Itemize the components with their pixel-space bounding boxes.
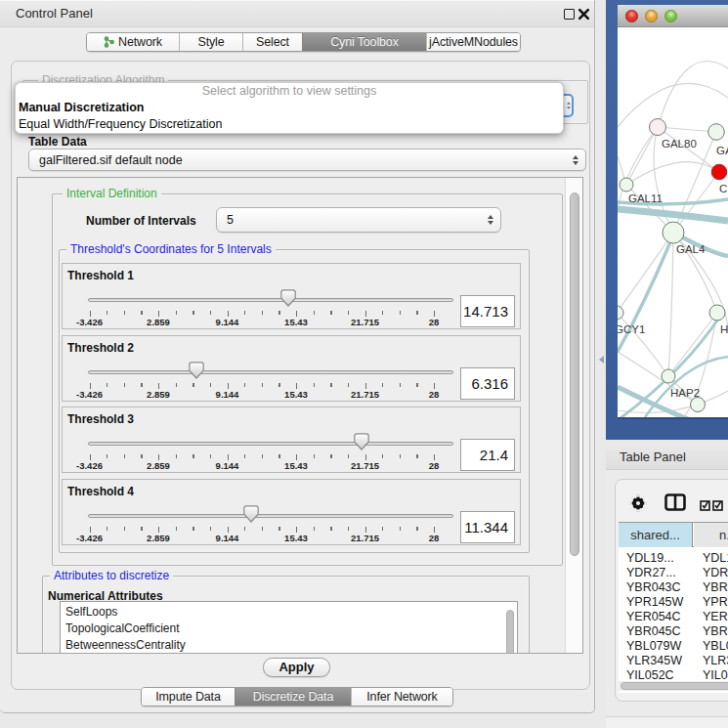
slider-tick	[107, 311, 107, 315]
network-node-label: GAL80	[662, 138, 697, 150]
threshold-slider-thumb[interactable]	[189, 362, 204, 379]
tab-jactivemnodules[interactable]: jActiveMNodules	[426, 33, 520, 51]
slider-tick	[124, 383, 125, 387]
table-row[interactable]: YPR145WYPR1	[619, 595, 728, 610]
tab-discretize-data[interactable]: Discretize Data	[235, 688, 351, 706]
tab-cyni-toolbox[interactable]: Cyni Toolbox	[302, 33, 426, 51]
network-node[interactable]	[691, 398, 706, 412]
threshold-slider-track[interactable]	[88, 514, 453, 518]
gear-icon[interactable]	[629, 494, 647, 516]
cell-name: YER0	[694, 610, 728, 624]
dropdown-option-manual[interactable]: Manual Discretization	[16, 100, 563, 116]
slider-tick	[210, 527, 211, 531]
network-node[interactable]	[711, 164, 727, 180]
interval-definition-group: Interval Definition Number of Intervals …	[52, 193, 563, 566]
minimize-light-icon[interactable]	[645, 10, 658, 22]
tab-impute-data[interactable]: Impute Data	[142, 688, 235, 706]
threshold-slider-thumb[interactable]	[280, 289, 296, 307]
tab-select[interactable]: Select	[242, 33, 302, 51]
settings-scrollbar-track[interactable]	[565, 178, 582, 653]
cyni-bottom-tabs: Impute DataDiscretize DataInfer Network	[141, 687, 453, 707]
cell-shared-name: YDR27...	[619, 566, 694, 580]
checkbox-icon[interactable]	[700, 497, 710, 515]
slider-tick-label: 9.144	[203, 317, 252, 327]
table-data-combobox[interactable]: galFiltered.sif default node	[28, 149, 586, 171]
close-light-icon[interactable]	[625, 10, 638, 22]
table-row[interactable]: YBR045CYBR0	[619, 624, 728, 639]
float-window-icon[interactable]	[564, 9, 575, 20]
attributes-list-scrollbar[interactable]	[506, 610, 514, 654]
zoom-light-icon[interactable]	[664, 10, 677, 22]
table-row[interactable]: YLR345WYLR3	[619, 654, 728, 668]
tab-label: jActiveMNodules	[429, 35, 518, 49]
dropdown-option-equal-width[interactable]: Equal Width/Frequency Discretization	[16, 116, 563, 133]
threshold-value-field[interactable]: 11.344	[460, 511, 515, 543]
tab-style[interactable]: Style	[179, 33, 242, 51]
cell-name: YPR1	[694, 595, 728, 610]
attribute-list-item[interactable]: BetweennessCentrality	[61, 637, 517, 654]
network-canvas-bottom-edge	[618, 417, 728, 419]
threshold-value-field[interactable]: 6.316	[460, 367, 515, 400]
threshold-slider-thumb[interactable]	[243, 505, 259, 523]
table-row[interactable]: YDR27...YDR2	[619, 566, 728, 580]
slider-tick	[193, 383, 193, 387]
threshold-value-field[interactable]: 21.4	[460, 439, 515, 471]
number-of-intervals-combobox[interactable]: 5	[216, 207, 501, 233]
apply-button[interactable]: Apply	[263, 658, 330, 677]
split-columns-icon[interactable]	[664, 493, 686, 515]
slider-tick	[314, 383, 315, 387]
tab-infer-network[interactable]: Infer Network	[351, 688, 452, 706]
table-row[interactable]: YBL079WYBL0	[619, 639, 728, 654]
threshold-label: Threshold 1	[67, 269, 134, 282]
slider-tick	[416, 311, 417, 315]
network-node[interactable]	[650, 119, 666, 136]
network-node[interactable]	[618, 306, 623, 320]
close-icon[interactable]	[578, 8, 590, 21]
slider-tick	[244, 527, 245, 531]
attribute-list-item[interactable]: SelfLoops	[61, 604, 517, 621]
table-hscrollbar-thumb[interactable]	[621, 682, 728, 690]
threshold-slider-track[interactable]	[88, 442, 453, 446]
dropdown-hint-item[interactable]: Select algorithm to view settings	[16, 83, 563, 100]
threshold-slider-track[interactable]	[88, 298, 453, 302]
splitpane-collapse-icon[interactable]	[599, 356, 604, 364]
slider-tick	[141, 454, 142, 458]
threshold-value-field[interactable]: 14.713	[460, 295, 515, 327]
tab-label: Select	[256, 35, 289, 49]
threshold-slider-thumb[interactable]	[354, 433, 369, 450]
network-node[interactable]	[662, 369, 675, 383]
network-edge	[668, 313, 717, 376]
slider-tick-label: 9.144	[203, 389, 252, 400]
cell-shared-name: YPR145W	[619, 595, 694, 610]
threshold-label: Threshold 3	[67, 412, 134, 426]
slider-tick	[314, 454, 315, 458]
settings-scrollbar-thumb[interactable]	[570, 193, 579, 556]
numerical-attributes-list[interactable]: SelfLoopsTopologicalCoefficientBetweenne…	[60, 601, 518, 654]
network-node[interactable]	[708, 124, 725, 141]
attribute-list-item[interactable]: TopologicalCoefficient	[61, 621, 517, 637]
slider-tick	[262, 383, 263, 387]
cell-name: YDL1	[694, 551, 728, 566]
table-row[interactable]: YBR043CYBR0	[619, 580, 728, 595]
table-row[interactable]: YER054CYER0	[619, 610, 728, 624]
threshold-slider-track[interactable]	[88, 370, 453, 374]
slider-tick	[400, 454, 401, 458]
network-node[interactable]	[620, 178, 633, 192]
column-header-shared-name[interactable]: shared...	[619, 523, 693, 547]
network-node[interactable]	[709, 305, 725, 321]
table-hscrollbar-track[interactable]	[619, 681, 728, 691]
slider-tick-label: 21.715	[341, 317, 390, 327]
number-of-intervals-label: Number of Intervals	[86, 214, 196, 228]
network-canvas[interactable]: GAL80GACGAL11GAL4GCY1HHAP2	[618, 27, 728, 417]
table-row[interactable]: YDL19...YDL1	[619, 551, 728, 566]
slider-tick	[107, 383, 107, 387]
checkbox-icon[interactable]	[712, 497, 723, 515]
table-panel-window: Table Panel	[606, 445, 728, 728]
slider-tick	[124, 311, 125, 315]
column-header-name[interactable]: n...	[694, 523, 728, 547]
slider-tick	[141, 383, 142, 387]
threshold-panel-3: Threshold 3-3.4262.8599.14415.4321.71528…	[62, 407, 521, 473]
tab-network[interactable]: Network	[87, 33, 179, 51]
slider-tick	[330, 454, 331, 458]
network-node[interactable]	[663, 222, 684, 243]
